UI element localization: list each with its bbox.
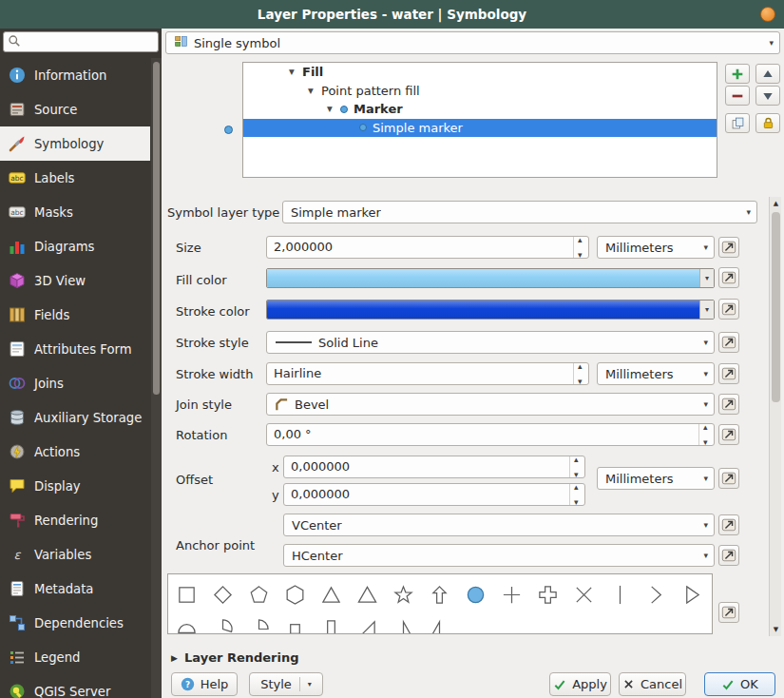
shape-arrow[interactable] <box>421 577 457 611</box>
horizontal-anchor-data-defined-button[interactable] <box>718 545 739 566</box>
apply-button[interactable]: Apply <box>549 672 611 696</box>
rotation-data-defined-button[interactable] <box>718 424 739 445</box>
help-button[interactable]: ? Help <box>171 672 238 696</box>
scroll-down-icon[interactable]: ▼ <box>770 626 782 633</box>
shape-hexagon[interactable] <box>277 577 313 611</box>
shape-cross[interactable] <box>493 577 529 611</box>
offset-y-spinner[interactable]: 0,000000 <box>283 483 585 506</box>
sidebar-item-masks[interactable]: abcMasks <box>0 195 150 229</box>
sidebar-item-actions[interactable]: Actions <box>0 435 150 469</box>
shape-diamond[interactable] <box>204 577 240 611</box>
shape-filled-arrowhead[interactable] <box>674 577 710 611</box>
offset-x-spinner[interactable]: 0,000000 <box>283 456 585 478</box>
sidebar-item-legend[interactable]: Legend <box>0 640 150 674</box>
join-style-data-defined-button[interactable] <box>718 394 739 415</box>
renderer-combo[interactable]: Single symbol ▾ <box>165 31 780 54</box>
size-spinner[interactable]: 2,000000 <box>266 236 589 259</box>
fill-color-button[interactable]: ▾ <box>266 268 715 288</box>
expander-icon[interactable]: ▼ <box>308 87 321 95</box>
shape-star[interactable] <box>385 577 421 611</box>
shape-equilateral-triangle[interactable] <box>349 577 385 611</box>
shape-diagonal-half-square[interactable] <box>349 611 385 634</box>
stroke-style-data-defined-button[interactable] <box>718 332 739 353</box>
vertical-anchor-combo[interactable]: VCenter ▾ <box>283 514 715 536</box>
spinner-arrows-icon[interactable] <box>569 456 584 477</box>
stroke-width-spinner[interactable]: Hairline <box>266 362 589 385</box>
sidebar-item-labels[interactable]: abcLabels <box>0 161 150 195</box>
spinner-arrows-icon[interactable] <box>573 363 588 384</box>
shape-left-half-triangle[interactable] <box>421 611 457 634</box>
sidebar-item-diagrams[interactable]: Diagrams <box>0 229 150 263</box>
titlebar[interactable]: Layer Properties - water | Symbology <box>0 0 784 29</box>
shape-circle[interactable] <box>457 577 493 611</box>
spinner-arrows-icon[interactable] <box>698 424 714 445</box>
shape-rect[interactable] <box>313 611 349 634</box>
chevron-down-icon[interactable]: ▾ <box>699 269 714 287</box>
close-icon[interactable] <box>760 7 775 22</box>
shape-square[interactable] <box>168 577 204 611</box>
shape-data-defined-button[interactable] <box>718 602 739 623</box>
shape-square-small[interactable] <box>277 611 313 634</box>
sidebar-item-information[interactable]: Information <box>0 58 150 92</box>
sidebar-item-symbology[interactable]: Symbology <box>0 126 150 161</box>
shape-third-circle[interactable] <box>204 611 240 634</box>
move-layer-down-button[interactable] <box>755 86 780 106</box>
search-input[interactable] <box>25 35 148 49</box>
sidebar-scrollbar-thumb[interactable] <box>153 62 160 395</box>
sidebar-item-attributes-form[interactable]: Attributes Form <box>0 332 150 366</box>
shape-semicircle[interactable] <box>168 611 204 634</box>
chevron-down-icon[interactable]: ▾ <box>308 680 312 688</box>
expander-icon[interactable]: ▼ <box>289 68 302 76</box>
fill-color-data-defined-button[interactable] <box>718 267 739 288</box>
spinner-arrows-icon[interactable] <box>569 484 584 505</box>
tree-item-fill[interactable]: ▼Fill <box>243 63 717 82</box>
duplicate-layer-button[interactable] <box>725 113 750 133</box>
shape-pentagon[interactable] <box>240 577 277 611</box>
stroke-width-unit-combo[interactable]: Millimeters ▾ <box>597 362 715 385</box>
style-button[interactable]: Style ▾ <box>249 672 323 696</box>
sidebar-item-joins[interactable]: Joins <box>0 366 150 400</box>
join-style-combo[interactable]: Bevel ▾ <box>266 393 715 416</box>
shape-triangle[interactable] <box>313 577 349 611</box>
ok-button[interactable]: OK <box>704 672 775 696</box>
lock-color-button[interactable] <box>755 113 780 133</box>
horizontal-anchor-combo[interactable]: HCenter ▾ <box>283 544 715 567</box>
sidebar-item-source[interactable]: Source <box>0 92 150 126</box>
shape-right-half-triangle[interactable] <box>385 611 421 634</box>
properties-scrollbar[interactable]: ▲ ▼ <box>769 197 781 636</box>
shape-line[interactable] <box>602 577 638 611</box>
sidebar-item-variables[interactable]: εVariables <box>0 537 150 572</box>
tree-item-point-pattern-fill[interactable]: ▼Point pattern fill <box>243 82 717 101</box>
sidebar-scrollbar[interactable] <box>151 58 162 698</box>
vertical-anchor-data-defined-button[interactable] <box>718 514 739 535</box>
shape-cross2[interactable] <box>565 577 602 611</box>
layer-rendering-expander-icon[interactable]: ▶ <box>171 653 178 663</box>
stroke-style-combo[interactable]: Solid Line ▾ <box>266 331 715 354</box>
sidebar-item-rendering[interactable]: Rendering <box>0 503 150 537</box>
offset-unit-combo[interactable]: Millimeters ▾ <box>597 467 715 490</box>
stroke-color-data-defined-button[interactable] <box>718 299 739 320</box>
shape-quarter-circle[interactable] <box>240 611 277 634</box>
size-unit-combo[interactable]: Millimeters ▾ <box>597 236 715 259</box>
cancel-button[interactable]: Cancel <box>619 672 686 696</box>
sidebar-item-metadata[interactable]: Metadata <box>0 572 150 606</box>
expander-icon[interactable]: ▼ <box>327 105 340 113</box>
tree-item-simple-marker[interactable]: Simple marker <box>243 119 717 138</box>
sidebar-item-display[interactable]: Display <box>0 469 150 503</box>
size-data-defined-button[interactable] <box>718 237 739 258</box>
sidebar-item-dependencies[interactable]: Dependencies <box>0 606 150 640</box>
stroke-width-data-defined-button[interactable] <box>718 363 739 384</box>
properties-scrollbar-thumb[interactable] <box>772 212 780 402</box>
shape-arrowhead[interactable] <box>638 577 674 611</box>
sidebar-item-qgis-server[interactable]: QGIS Server <box>0 674 150 698</box>
move-layer-up-button[interactable] <box>755 64 780 84</box>
offset-data-defined-button[interactable] <box>718 468 739 489</box>
sidebar-item-auxiliary-storage[interactable]: Auxiliary Storage <box>0 400 150 435</box>
add-symbol-layer-button[interactable] <box>725 64 750 84</box>
sidebar-item-fields[interactable]: Fields <box>0 298 150 332</box>
rotation-spinner[interactable]: 0,00 ° <box>266 423 715 446</box>
scroll-up-icon[interactable]: ▲ <box>770 200 782 207</box>
sidebar-search[interactable] <box>3 31 159 52</box>
chevron-down-icon[interactable]: ▾ <box>699 301 714 319</box>
tree-item-marker[interactable]: ▼Marker <box>243 100 717 119</box>
